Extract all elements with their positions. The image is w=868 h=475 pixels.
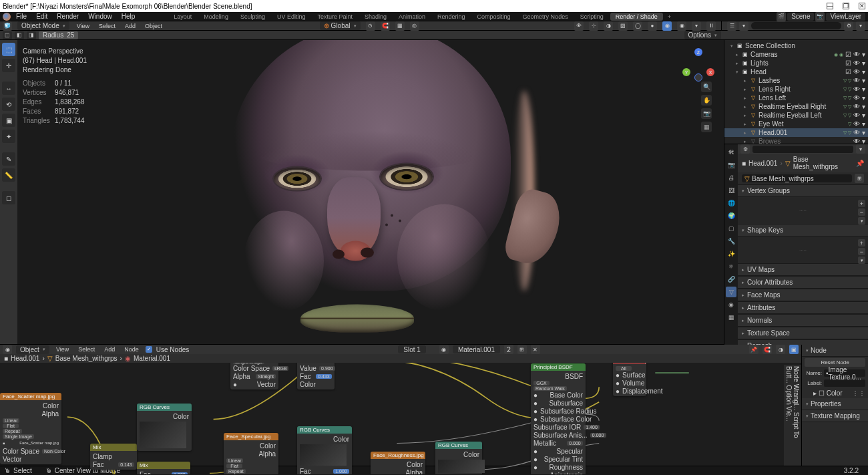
tab-layout[interactable]: Layout xyxy=(168,13,197,21)
section-shapekeys[interactable]: Shape Keys xyxy=(738,224,868,236)
node-img-scatter[interactable]: Face_Scatter map.jpg Color Alpha Linear … xyxy=(0,393,61,464)
mat-browse-icon[interactable]: ◉ xyxy=(439,345,449,354)
section-attributes[interactable]: Attributes xyxy=(738,301,868,314)
viewport-3d[interactable]: Camera Perspective (67) Head | Head.001 … xyxy=(17,40,724,344)
rendered-icon[interactable]: ◉ xyxy=(677,21,686,31)
blender-logo-icon[interactable] xyxy=(3,13,11,21)
node-label-field[interactable] xyxy=(824,379,865,387)
menu-edit[interactable]: Edit xyxy=(32,13,51,20)
camera-icon[interactable]: 📷 xyxy=(701,108,712,119)
sk-add[interactable]: + xyxy=(858,239,865,247)
propedit-icon[interactable]: ◎ xyxy=(410,21,419,31)
datablock-btn[interactable]: ⊞ xyxy=(855,174,864,183)
vpmenu-object[interactable]: Object xyxy=(143,23,164,29)
sk-remove[interactable]: − xyxy=(858,248,865,255)
vg-add[interactable]: + xyxy=(858,200,865,207)
menu-file[interactable]: File xyxy=(12,13,31,20)
sidebar-labels[interactable]: Node Wrangl... Script To Butt... Option … xyxy=(784,365,801,474)
tab-modeling[interactable]: Modeling xyxy=(198,13,234,21)
ptab-texture[interactable]: ▦ xyxy=(726,312,736,323)
ptab-object[interactable]: ▢ xyxy=(726,223,736,234)
tab-add[interactable]: + xyxy=(664,13,674,21)
tool-transform[interactable]: ✦ xyxy=(2,130,15,143)
orientation-dropdown[interactable]: ⊕ Global xyxy=(320,21,361,30)
section-normals[interactable]: Normals xyxy=(738,314,868,327)
section-texspace[interactable]: Texture Space xyxy=(738,327,868,339)
persp-icon[interactable]: ▦ xyxy=(701,122,712,132)
viewlayer-dropdown[interactable]: ViewLayer xyxy=(826,13,865,21)
slot-dropdown[interactable]: Slot 1 xyxy=(398,345,426,353)
tool-select[interactable]: ⬚ xyxy=(2,43,15,56)
ptab-data[interactable]: ▽ xyxy=(726,287,736,297)
menu-help[interactable]: Help xyxy=(118,13,140,20)
st-btn3[interactable]: ◨ xyxy=(27,31,36,39)
material-field[interactable]: Material.001 xyxy=(453,345,500,353)
tool-measure[interactable]: 📏 xyxy=(2,168,15,182)
node-rgbcurves3[interactable]: RGB Curves Color xyxy=(435,442,482,474)
prop-opts-icon[interactable]: ▾ xyxy=(856,144,865,154)
tab-sculpting[interactable]: Sculpting xyxy=(235,13,270,21)
minimize-icon[interactable]: — xyxy=(827,3,833,9)
close-icon[interactable]: ✕ xyxy=(859,3,865,9)
solid-icon[interactable]: ● xyxy=(648,21,657,31)
ptab-world[interactable]: 🌍 xyxy=(726,210,736,221)
section-colorattr[interactable]: Color Attributes xyxy=(738,276,868,289)
overlay2-icon[interactable]: ◑ xyxy=(776,345,785,354)
options-dropdown[interactable]: Options xyxy=(684,31,721,39)
mat-del-icon[interactable]: ✕ xyxy=(531,345,540,354)
node-editor-icon[interactable]: ◉ xyxy=(3,345,12,354)
nmenu-view[interactable]: View xyxy=(53,346,71,353)
node-rgbcurves2[interactable]: RGB Curves Color Fac1.000 xyxy=(297,426,352,474)
node-rgbcurves1[interactable]: RGB Curves Color xyxy=(137,404,192,451)
nmenu-add[interactable]: Add xyxy=(101,346,118,353)
vpmenu-view[interactable]: View xyxy=(75,23,91,29)
ptab-particle[interactable]: ✨ xyxy=(726,249,736,259)
xray-icon[interactable]: ▧ xyxy=(618,21,628,31)
tool-cursor[interactable]: ✛ xyxy=(2,59,15,72)
menu-render[interactable]: Render xyxy=(53,13,83,20)
mesh-datablock[interactable]: ▽Base Mesh_withgrps xyxy=(742,174,852,182)
node-mix2[interactable]: Mix Fac1.000 xyxy=(137,462,190,474)
outliner-mode-icon[interactable]: ▾ xyxy=(739,21,748,31)
tab-uv[interactable]: UV Editing xyxy=(272,13,311,21)
nprop-node[interactable]: Node xyxy=(802,345,868,357)
shading-dd-icon[interactable]: ▾ xyxy=(692,21,701,31)
tool-annotate[interactable]: ✎ xyxy=(2,152,15,166)
tab-texturepaint[interactable]: Texture Paint xyxy=(312,13,358,21)
overlay-icon[interactable]: ◑ xyxy=(604,21,613,31)
mode-dropdown[interactable]: Object Mode xyxy=(17,21,69,30)
matprev-icon[interactable]: ◉ xyxy=(662,21,672,31)
tab-rendershade[interactable]: Render / Shade xyxy=(610,13,663,21)
outliner-editor-icon[interactable]: ☰ xyxy=(727,21,736,31)
node-mix[interactable]: Mix Clamp Fac0.143 xyxy=(90,444,137,470)
usenodes-check[interactable]: ✓ xyxy=(146,346,152,353)
tab-shading[interactable]: Shading xyxy=(359,13,392,21)
nprop-tmap[interactable]: Texture Mapping xyxy=(802,410,868,422)
node-img-roughness[interactable]: Face_Roughness.jpg Color Alpha xyxy=(371,452,425,474)
snap-icon[interactable]: 🧲 xyxy=(381,21,390,31)
nmenu-select[interactable]: Select xyxy=(75,346,97,353)
newcoll-icon[interactable]: ▾ xyxy=(856,21,865,31)
node-img-specular[interactable]: Face_Specular.jpg Color Alpha Linear Fla… xyxy=(224,433,278,474)
viewlayer-icon[interactable]: 📷 xyxy=(815,12,825,21)
vpmenu-select[interactable]: Select xyxy=(97,23,118,29)
node-object-dd[interactable]: Object xyxy=(16,345,49,354)
tool-move[interactable]: ↔ xyxy=(2,82,15,95)
sk-list[interactable]: ····· + − ▾ xyxy=(738,236,868,263)
vg-list[interactable]: ····· + − ▾ xyxy=(738,197,868,224)
nprop-properties[interactable]: Properties xyxy=(802,398,868,410)
pan-icon[interactable]: ✋ xyxy=(701,95,712,106)
ptab-view[interactable]: 🖼 xyxy=(726,185,736,196)
pause-icon[interactable]: ⏸ xyxy=(706,21,716,31)
prop-editor-icon[interactable]: ⚙ xyxy=(740,144,750,154)
pivot-icon[interactable]: ⊙ xyxy=(366,21,375,31)
radius-field[interactable]: Radius 25 xyxy=(39,31,78,39)
wire-icon[interactable]: ◯ xyxy=(633,21,642,31)
st-btn1[interactable]: ◫ xyxy=(3,31,12,39)
section-facemaps[interactable]: Face Maps xyxy=(738,289,868,301)
section-uvmaps[interactable]: UV Maps xyxy=(738,263,868,276)
vpmenu-add[interactable]: Add xyxy=(123,23,138,29)
maximize-icon[interactable]: ❐ xyxy=(843,3,849,9)
tool-rotate[interactable]: ⟲ xyxy=(2,98,15,111)
backdrop-icon[interactable]: ▣ xyxy=(789,345,799,354)
